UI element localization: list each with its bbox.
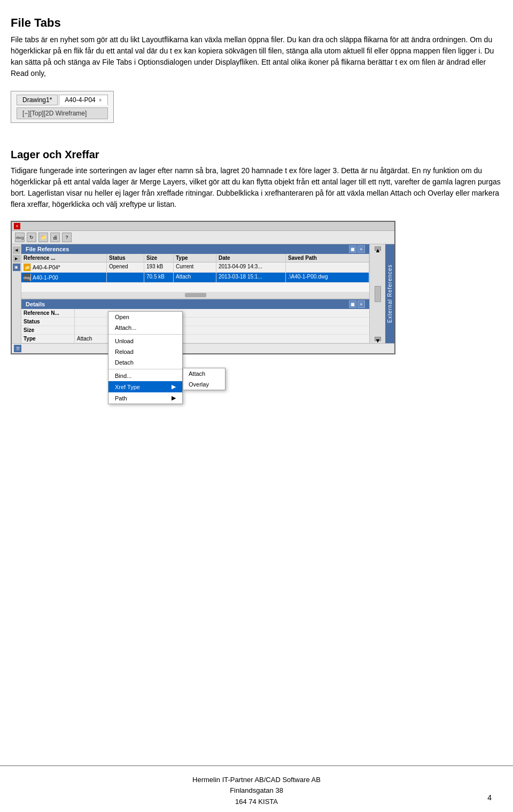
toolbar-icon-print[interactable]: 🖨 [50,233,60,242]
col-size: Size [144,254,174,262]
table-header: Reference ... Status Size Type Date Save… [21,254,369,262]
ctx-unload[interactable]: Unload [108,336,182,346]
cad-bottom-bar: ☰ [12,343,394,353]
folder-icon: 📁 [24,264,31,271]
panel-title: File References [26,246,69,252]
scroll-down-btn[interactable]: ▼ [375,337,381,341]
toolbar-icon-dwg[interactable]: dwg [15,233,25,242]
bottom-icon-1[interactable]: ☰ [14,345,21,352]
ctx-reload[interactable]: Reload [108,346,182,357]
details-header: Details ▦ ≡ [21,299,369,309]
horizontal-scrollbar[interactable] [185,293,206,297]
section2-heading: Lager och Xreffar [11,149,502,161]
ctx-path-arrow: ▶ [172,395,176,401]
details-key-status: Status [21,318,75,326]
row1-status: Opened [107,262,144,272]
ctx-open[interactable]: Open [108,312,182,322]
footer-city: 164 74 KISTA [0,796,513,808]
ctx-xref-type-arrow: ▶ [172,383,176,390]
tabs-screenshot: Drawing1* A40-4-P04 × [−][Top][2D Wirefr… [11,91,114,123]
wireframe-label: [−][Top][2D Wireframe] [17,107,108,119]
left-icon-3[interactable]: ▣ [13,264,20,271]
row2-status [107,273,144,282]
ctx-xref-type-label: Xref Type [115,384,140,390]
tab-drawing1-label: Drawing1* [22,96,52,104]
row1-date: 2013-04-09 14:3... [216,262,286,272]
tab-drawing1[interactable]: Drawing1* [17,95,58,105]
cad-side-panel: ◀ ▶ ▣ File References ▦ ≡ Reference ... [12,244,394,343]
section2-para: Tidigare fungerade inte sorteringen av l… [11,165,502,210]
row2-ref: dwg A40-1-P00 [21,273,107,282]
panel-header-icons: ▦ ≡ [349,245,365,253]
toolbar-icon-folder[interactable]: 📁 [38,233,48,242]
toolbar-icon-help[interactable]: ? [62,233,72,242]
row2-path: .\A40-1-P00.dwg [286,273,369,282]
scroll-thumb[interactable] [375,286,381,302]
cad-toolbar: dwg ↻ 📁 🖨 ? [12,231,394,244]
details-key-size: Size [21,326,75,334]
context-menu: Open Attach... Unload Reload Detach Bind… [108,311,183,404]
toolbar-icon-refresh[interactable]: ↻ [27,233,36,242]
panel-icon-list[interactable]: ≡ [357,245,365,253]
col-savedpath: Saved Path [286,254,369,262]
details-row-status: Status [21,318,369,326]
details-content: Reference N... Status Size Type [21,309,369,343]
page-number: 4 [487,792,492,803]
ctx-path[interactable]: Path ▶ [108,392,182,404]
submenu-attach[interactable]: Attach [183,368,225,379]
scroll-up-btn[interactable]: ▲ [375,246,381,251]
details-val-type: Attach [75,335,94,343]
ctx-divider1 [108,334,182,335]
details-icon-grid[interactable]: ▦ [349,300,356,308]
details-row-refname: Reference N... [21,309,369,318]
row1-path [286,262,369,272]
details-icon-list[interactable]: ≡ [357,300,365,308]
ctx-divider2 [108,369,182,369]
details-header-icons: ▦ ≡ [349,300,365,308]
section1-para: File tabs är en nyhet som gör att du lik… [11,34,502,79]
details-title: Details [26,301,45,307]
ctx-attach[interactable]: Attach... [108,322,182,333]
cad-left-bar: ◀ ▶ ▣ [12,244,21,343]
footer-address: Finlandsgatan 38 [0,785,513,796]
cad-content-area: File References ▦ ≡ Reference ... Status… [21,244,369,343]
cad-window: × dwg ↻ 📁 🖨 ? ◀ ▶ ▣ File Referenc [11,221,395,354]
col-type: Type [174,254,216,262]
tab-close-icon[interactable]: × [99,97,102,103]
left-icon-2[interactable]: ▶ [13,255,20,262]
ctx-detach[interactable]: Detach [108,357,182,368]
ctx-xref-type[interactable]: Xref Type ▶ [108,381,182,392]
right-sidebar: ▲ ▼ [369,244,385,343]
tab-a40-label: A40-4-P04 [65,96,95,104]
table-row[interactable]: dwg A40-1-P00 70.5 kB Attach 2013-03-18 … [21,273,369,283]
cad-close-btn[interactable]: × [14,223,20,229]
cad-titlebar: × [12,222,394,231]
details-val-status [75,318,79,326]
footer-company: Hermelin IT-Partner AB/CAD Software AB [0,775,513,786]
details-val-ref [75,309,79,317]
section1-heading: File Tabs [11,16,502,30]
details-key-ref: Reference N... [21,309,75,317]
details-panel: Details ▦ ≡ Reference N... Status [21,299,369,343]
table-row[interactable]: 📁 A40-4-P04* Opened 193 kB Current 2013-… [21,262,369,273]
ctx-path-label: Path [115,395,127,401]
left-icon-1[interactable]: ◀ [13,246,20,254]
xref-type-submenu: Attach Overlay [183,368,226,390]
panel-icon-grid[interactable]: ▦ [349,245,356,253]
row1-size: 193 kB [144,262,174,272]
ctx-bind[interactable]: Bind... [108,370,182,381]
row2-type: Attach [174,273,216,282]
details-val-size [75,326,79,334]
row2-size: 70.5 kB [144,273,174,282]
details-row-type: Type Attach [21,335,369,343]
panel-header: File References ▦ ≡ [21,244,369,254]
row2-date: 2013-03-18 15:1... [216,273,286,282]
submenu-overlay[interactable]: Overlay [183,379,225,390]
col-reference: Reference ... [21,254,107,262]
row1-type: Current [174,262,216,272]
row1-ref: 📁 A40-4-P04* [21,262,107,272]
external-references-label: External References [385,244,394,343]
dwg-icon: dwg [24,274,31,281]
details-row-size: Size [21,326,369,335]
tab-a40[interactable]: A40-4-P04 × [59,95,107,105]
